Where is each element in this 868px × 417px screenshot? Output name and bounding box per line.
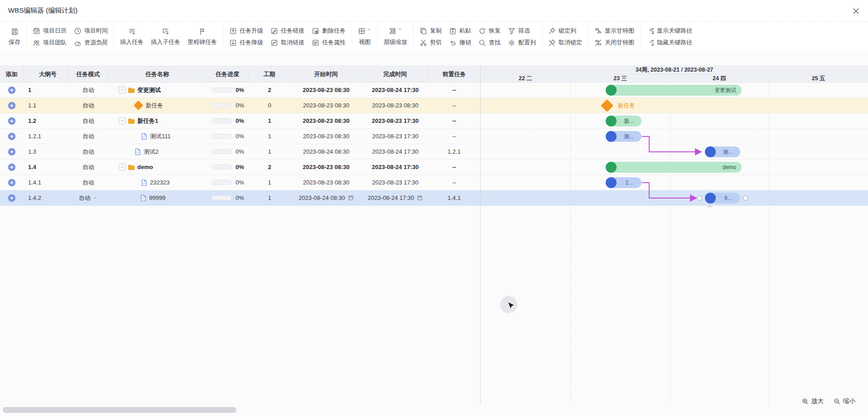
find-button[interactable]: 查找 [478,39,501,47]
add-row-button[interactable] [8,132,16,141]
resource-load-button[interactable]: 资源负荷 [74,39,108,47]
add-row-button[interactable] [8,86,16,94]
task-mode: 自动 [68,98,109,113]
column-header-end[interactable]: 完成时间 [362,66,428,82]
gantt-bar[interactable]: demo [606,162,742,173]
gantt-bar[interactable]: 新... [606,116,641,126]
add-row-button[interactable] [8,194,16,202]
gantt-bar-label: 变更测试 [606,87,742,94]
insert-subtask-icon [162,28,169,35]
gantt-milestone-diamond[interactable] [601,99,613,112]
column-header-predecessor[interactable]: 前置任务 [428,66,480,82]
add-row-button[interactable] [8,117,16,125]
predecessor: -- [428,113,480,128]
task-demote-icon [229,39,237,47]
end-date: 2023-08-23 17:30 [362,175,428,190]
show-critical-path-button[interactable]: 显示关键路径 [646,27,692,35]
progress-value: 0% [236,179,244,186]
column-header-progress[interactable]: 任务进度 [206,66,249,82]
unlock-columns-button[interactable]: 取消锁定 [548,39,582,47]
milestone-task-button[interactable]: 里程碑任务 [188,28,217,46]
zoom-out-button[interactable]: 缩小 [834,397,855,405]
panel-divider[interactable] [480,66,481,405]
horizontal-scrollbar[interactable] [3,407,236,413]
configure-columns-button[interactable]: 配置列 [508,39,536,47]
gantt-bar-selected[interactable]: 9... [705,193,740,204]
task-link-button[interactable]: 任务链接 [270,27,304,35]
task-unlink-button[interactable]: 取消链接 [270,39,304,47]
toolbar-group-gantt: 显示甘特图 关闭甘特图 [588,24,641,49]
add-row-button[interactable] [8,179,16,187]
column-header-mode[interactable]: 任务模式 [68,66,109,82]
hierarchy-zoom-button[interactable]: 层级缩放 [384,27,407,46]
undo-button[interactable]: 撤销 [449,39,471,47]
task-name-cell: 测试111 [109,129,206,144]
folder-icon [128,164,135,171]
redo-button[interactable]: 恢复 [478,27,501,35]
end-date-picker[interactable]: 2023-08-24 17:30 [362,190,428,205]
task-properties-button[interactable]: 任务属性 [312,39,346,47]
bar-resize-handle-right[interactable] [743,196,748,201]
show-gantt-button[interactable]: 显示甘特图 [594,27,634,35]
gantt-bar-label: demo [606,164,742,170]
paste-button[interactable]: 粘贴 [449,27,471,35]
table-row[interactable]: 1 自动 − 变更测试 0% 2 2023-08-23 08:30 2023-0… [0,82,868,98]
gantt-bar[interactable]: 测... [705,146,740,157]
task-promote-button[interactable]: 任务升级 [229,27,263,35]
collapse-toggle[interactable]: − [119,164,125,170]
lock-columns-button[interactable]: 锁定列 [548,27,582,35]
start-date-picker[interactable]: 2023-08-24 08:30 [290,190,362,205]
column-header-outline[interactable]: 大纲号 [24,66,68,82]
table-row[interactable]: 1.2 自动 − 新任务1 0% 1 2023-08-23 08:30 2023… [0,113,868,129]
start-date: 2023-08-23 08:30 [290,175,362,190]
delete-task-button[interactable]: 删除任务 [312,27,346,35]
task-mode: 自动 [68,82,109,97]
column-header-add[interactable]: 添加 [0,66,24,82]
column-header-duration[interactable]: 工期 [249,66,290,82]
project-time-button[interactable]: 项目时间 [74,27,108,35]
task-properties-icon [312,39,319,47]
unlock-columns-icon [548,39,556,47]
collapse-toggle[interactable]: − [119,87,125,93]
insert-subtask-button[interactable]: 插入子任务 [151,28,180,46]
progress-value: 0% [236,148,244,155]
zoom-in-icon [802,398,809,405]
save-button[interactable]: 保存 [9,28,20,46]
add-row-button[interactable] [8,163,16,171]
table-row[interactable]: 1.2.1 自动 测试111 0% 1 2023-08-23 08:30 202… [0,129,868,144]
view-button[interactable]: 视图 [358,27,371,46]
add-row-button[interactable] [8,148,16,156]
insert-task-button[interactable]: 插入任务 [120,28,144,46]
gantt-bar[interactable]: 变更测试 [606,85,742,96]
project-team-button[interactable]: 项目团队 [33,39,67,47]
table-row[interactable]: 1.3 自动 测试2 0% 1 2023-08-24 08:30 2023-08… [0,144,868,160]
column-header-name[interactable]: 任务名称 [109,66,206,82]
table-row[interactable]: 1.4.1 自动 232323 0% 1 2023-08-23 08:30 20… [0,175,868,190]
bar-resize-handle-left[interactable] [697,196,702,201]
table-row-selected[interactable]: 1.4.2 自动 99999 0% 1 2023-08-24 08:30 202… [0,190,868,206]
chevron-down-icon [367,27,371,32]
hide-critical-path-icon [646,39,654,47]
toolbar-group-project: 项目日历 项目团队 项目时间 资源负荷 [27,24,114,49]
cut-button[interactable]: 剪切 [420,39,442,47]
duration: 1 [249,190,290,205]
table-row[interactable]: 1.1 自动 新任务 0% 0 2023-08-23 08:30 2023-08… [0,98,868,113]
filter-button[interactable]: 筛选 [508,27,536,35]
hide-gantt-button[interactable]: 关闭甘特图 [594,39,634,47]
add-row-button[interactable] [8,102,16,110]
collapse-toggle[interactable]: − [119,117,125,124]
copy-button[interactable]: 复制 [420,27,442,35]
task-mode-dropdown[interactable]: 自动 [68,190,109,205]
project-calendar-button[interactable]: 项目日历 [33,27,67,35]
task-grid: 1 自动 − 变更测试 0% 2 2023-08-23 08:30 2023-0… [0,82,868,206]
hide-critical-path-button[interactable]: 隐藏关键路径 [646,39,692,47]
table-row[interactable]: 1.4 自动 − demo 0% 2 2023-08-23 08:30 2023… [0,160,868,175]
zoom-in-button[interactable]: 放大 [802,397,824,405]
column-header-start[interactable]: 开始时间 [290,66,362,82]
gantt-bar[interactable]: 2... [606,177,641,188]
task-demote-button[interactable]: 任务降级 [229,39,263,47]
close-icon [853,8,859,15]
gantt-bar[interactable]: 测... [606,131,641,142]
task-mode: 自动 [68,113,109,128]
close-button[interactable] [851,6,861,16]
